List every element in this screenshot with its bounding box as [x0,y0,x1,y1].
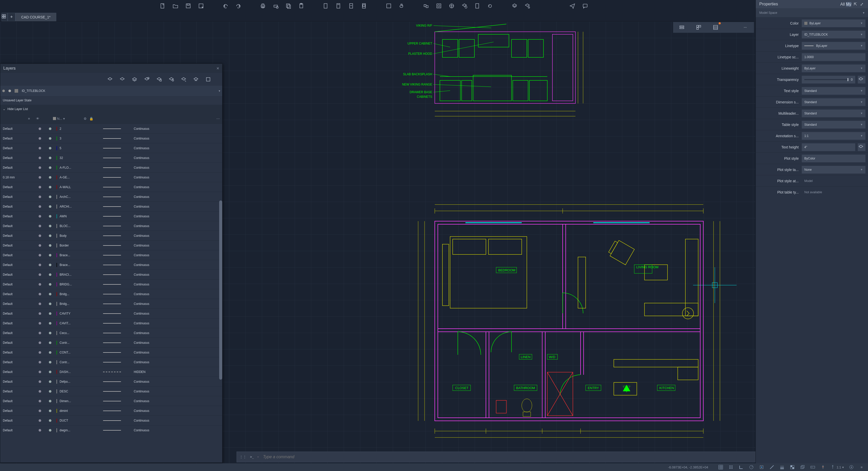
layer-row[interactable]: DefaultContr...Continuous [0,337,222,347]
layer-row[interactable]: DefaultBrace...Continuous [0,260,222,269]
layer-color-swatch[interactable] [57,224,57,228]
transparency-icon[interactable] [789,464,795,470]
col-lock-icon[interactable]: 🔒 [89,117,93,121]
layer-row[interactable]: DefaultA-WALLContinuous [0,182,222,192]
layer-freeze-icon[interactable] [46,332,54,334]
layer-visibility-icon[interactable] [36,429,44,432]
layer-name[interactable]: CAVIT... [60,322,100,325]
layer-freeze-icon[interactable] [46,196,54,198]
layer-color-swatch[interactable] [57,156,57,160]
layer-linetype[interactable]: Continuous [134,399,167,403]
layer-row[interactable]: DefaultDefpo...Continuous [0,377,222,386]
layer-state-icon[interactable] [204,76,212,83]
viewport-icon[interactable] [385,2,394,11]
layer-name[interactable]: A-GE... [60,176,100,179]
copy-icon[interactable] [284,2,293,11]
layer-row[interactable]: Default2Continuous [0,124,222,134]
layer-linetype[interactable]: Continuous [134,263,167,267]
layer-color-swatch[interactable] [57,234,57,238]
hide-layer-list-toggle[interactable]: ⌄ Hide Layer List [0,105,222,113]
layer-freeze-icon[interactable] [46,273,54,276]
window-tiles-button[interactable] [2,13,8,21]
selection-dropdown[interactable]: Model Space ▾ [756,8,868,18]
layer-name[interactable]: Border [60,244,100,247]
workspace-icon[interactable] [848,464,854,470]
layer-color-swatch[interactable] [57,341,57,345]
layer-visibility-icon[interactable] [36,390,44,393]
layer-visibility-icon[interactable] [36,254,44,257]
layer-color-swatch[interactable] [57,185,57,189]
current-layer-selector[interactable]: ID_TITLEBLOCK ▾ [0,86,222,96]
send-icon[interactable] [568,2,578,11]
property-value[interactable]: 4" [802,143,855,151]
layer-name[interactable]: CONT... [60,351,100,354]
command-grip-icon[interactable]: ⋮⋮ [239,455,247,459]
block-icon[interactable] [422,2,431,11]
layer-linetype[interactable]: Continuous [134,273,167,276]
layer-name[interactable]: BRIDG... [60,283,100,286]
layer-visibility-icon[interactable] [36,196,44,198]
layer-match-icon[interactable] [180,76,187,83]
layer-visibility-icon[interactable] [36,127,44,130]
layer-linetype[interactable]: Continuous [134,283,167,286]
close-icon[interactable]: × [216,66,219,71]
chevron-down-icon[interactable]: ▾ [257,455,259,459]
property-value[interactable]: Standard▼ [802,110,865,117]
open-icon[interactable] [172,2,181,11]
layer-visibility-icon[interactable] [36,205,44,208]
layer-freeze-icon[interactable] [46,137,54,140]
lineweight-icon[interactable] [779,464,785,470]
layer-visibility-icon[interactable] [36,176,44,179]
layer-visibility-icon[interactable] [36,361,44,363]
layer-name[interactable]: 32 [60,156,100,160]
sheet2-icon[interactable] [335,2,344,11]
layer-name[interactable]: dwgm... [60,429,100,432]
layer-color-swatch[interactable] [57,254,57,257]
layer-linetype[interactable]: Continuous [134,205,167,208]
layer-row[interactable]: DefaultBridg...Continuous [0,299,222,308]
layer-color-swatch[interactable] [57,351,57,354]
layer-linetype[interactable]: Continuous [134,312,167,315]
properties-tab-my[interactable]: My [846,2,851,6]
layer-visibility-icon[interactable] [36,312,44,315]
layer-visibility-icon[interactable] [36,380,44,383]
property-value[interactable]: Standard▼ [802,87,865,95]
layer-row[interactable]: DefaultBrace...Continuous [0,250,222,260]
layer-color-swatch[interactable] [57,302,57,306]
col-settings-icon[interactable]: ⚙ [84,117,87,121]
layer-visibility-icon[interactable] [36,293,44,295]
layer-row[interactable]: DefaultBLOC...Continuous [0,221,222,231]
layer-color-swatch[interactable] [57,312,57,315]
otrack-icon[interactable] [769,464,775,470]
layer-linetype[interactable]: Continuous [134,146,167,150]
layer-linetype[interactable]: Continuous [134,254,167,257]
layer-visibility-icon[interactable] [36,283,44,286]
properties-tab-all[interactable]: All [840,2,845,6]
layer-freeze-icon[interactable] [46,400,54,403]
document-tab[interactable]: CAD COURSE_1* [16,13,56,21]
layer-linetype[interactable]: Continuous [134,331,167,335]
layer-linetype[interactable]: Continuous [134,292,167,296]
pin-icon[interactable]: ⇱ [852,2,858,6]
col-name[interactable]: N...▾ [53,117,68,121]
layer-name[interactable]: Brace... [60,263,100,267]
layer-color-swatch[interactable] [57,380,57,383]
layer-off-icon[interactable] [106,76,114,83]
layer-color-swatch[interactable] [57,195,57,199]
col-visibility-icon[interactable]: 👁 [32,117,43,121]
layer-color-swatch[interactable] [57,263,57,267]
col-options-icon[interactable]: ⋯ [216,117,220,121]
layer-freeze-icon[interactable] [46,147,54,149]
layer-row[interactable]: DefaultDimen...Continuous [0,396,222,406]
layer-settings-icon[interactable] [523,2,532,11]
layer-freeze-icon[interactable] [46,322,54,325]
layer-add-icon[interactable] [460,2,469,11]
layer-name[interactable]: 5 [60,146,100,150]
layer-visibility-icon[interactable] [36,302,44,305]
property-value[interactable]: 0 [802,76,855,84]
layer-color-swatch[interactable] [57,214,57,218]
layer-linetype[interactable]: HIDDEN [134,370,167,374]
layer-color-swatch[interactable] [57,360,57,364]
layer-freeze-icon[interactable] [46,380,54,383]
layer-linetype[interactable]: Continuous [134,244,167,247]
